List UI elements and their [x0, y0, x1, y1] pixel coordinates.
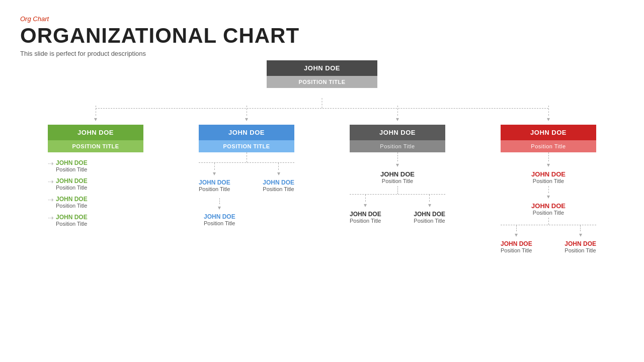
top-node-title: POSITION TITLE — [267, 76, 377, 88]
arrow-icon-4: ⇢ — [48, 214, 54, 222]
subtitle: This slide is perfect for product descri… — [20, 50, 624, 57]
blue-child-1-name: JOHN DOE — [199, 179, 230, 186]
red-mid-child: JOHN DOE Position Title — [531, 202, 566, 216]
org-chart: JOHN DOE POSITION TITLE ▾ JOHN DOE POSIT… — [20, 60, 624, 357]
gray-gc-1: JOHN DOE Position Title — [350, 211, 381, 224]
blue-node-title: POSITION TITLE — [199, 140, 294, 152]
red-gc-2-name: JOHN DOE — [565, 240, 596, 247]
red-child: JOHN DOE Position Title — [531, 170, 566, 184]
main-title: ORGANIZATIONAL CHART — [20, 24, 624, 48]
red-split: ▾ JOHN DOE Position Title ▾ JOHN DOE Pos… — [501, 225, 596, 257]
gray-v2 — [397, 186, 398, 194]
red-node: JOHN DOE Position Title — [501, 125, 596, 152]
red-gc-2-pos: Position Title — [565, 247, 596, 253]
top-node-box: JOHN DOE POSITION TITLE — [267, 60, 377, 88]
col-gray-arrow: ▾ — [396, 116, 399, 123]
col-red-arrow: ▾ — [547, 116, 550, 123]
green-sub-4-content: JOHN DOE Position Title — [56, 214, 88, 227]
blue-right-arrow: ▾ — [277, 170, 280, 177]
green-sub-4-name: JOHN DOE — [56, 214, 88, 221]
gray-gc-right-arrow: ▾ — [428, 202, 431, 209]
green-sub-2: ⇢ JOHN DOE Position Title — [48, 177, 143, 191]
green-sub-1: ⇢ JOHN DOE Position Title — [48, 159, 143, 172]
blue-right-branch: ▾ JOHN DOE Position Title — [263, 163, 294, 196]
green-sub-3-name: JOHN DOE — [56, 196, 88, 203]
blue-gc-name: JOHN DOE — [204, 213, 235, 220]
green-sub-2-pos: Position Title — [56, 185, 88, 191]
arrow-icon-2: ⇢ — [48, 177, 54, 186]
red-v3 — [548, 218, 549, 225]
red-node-title: Position Title — [501, 140, 596, 152]
green-sub-4: ⇢ JOHN DOE Position Title — [48, 214, 143, 227]
red-gc-1-pos: Position Title — [501, 247, 532, 253]
col-gray: ▾ JOHN DOE Position Title ▾ JOHN DOE Pos… — [322, 106, 473, 257]
blue-right-vline — [278, 163, 279, 170]
red-gc-left: ▾ JOHN DOE Position Title — [501, 225, 532, 257]
gray-gc-left-arrow: ▾ — [364, 202, 367, 209]
gray-gc-1-name: JOHN DOE — [350, 211, 381, 218]
gray-split: ▾ JOHN DOE Position Title ▾ JOHN DOE Pos… — [350, 194, 445, 228]
green-node-name: JOHN DOE — [48, 125, 143, 140]
gray-child-pos: Position Title — [380, 178, 415, 184]
blue-child-2-name: JOHN DOE — [263, 179, 294, 186]
col-blue-arrow: ▾ — [245, 116, 248, 123]
gray-node: JOHN DOE Position Title — [350, 125, 445, 152]
green-sub-3-content: JOHN DOE Position Title — [56, 196, 88, 209]
blue-child-2-pos: Position Title — [263, 186, 294, 192]
green-sub-items: ⇢ JOHN DOE Position Title ⇢ JOHN DOE Pos… — [48, 159, 143, 232]
red-child-arrow: ▾ — [547, 161, 550, 168]
gray-child-name: JOHN DOE — [380, 170, 415, 178]
col-red-connector — [548, 106, 549, 116]
green-sub-2-name: JOHN DOE — [56, 177, 88, 185]
blue-child-1-pos: Position Title — [199, 186, 230, 192]
red-mid-pos: Position Title — [531, 210, 566, 216]
blue-node-name: JOHN DOE — [199, 125, 294, 140]
blue-gc-arrow: ▾ — [218, 204, 221, 211]
red-child-pos: Position Title — [531, 178, 566, 184]
blue-left-arrow: ▾ — [213, 170, 216, 177]
red-gc-1-name: JOHN DOE — [501, 240, 532, 247]
blue-h-split: ▾ JOHN DOE Position Title ▾ JOHN DOE Pos… — [199, 162, 294, 196]
org-label: Org Chart — [20, 15, 624, 23]
gray-v1 — [397, 152, 398, 161]
red-v2 — [548, 186, 549, 193]
gray-gc-2-pos: Position Title — [414, 218, 445, 224]
col-gray-connector — [397, 106, 398, 116]
gray-node-title: Position Title — [350, 140, 445, 152]
top-node: JOHN DOE POSITION TITLE — [267, 60, 377, 88]
columns-wrapper: ▾ JOHN DOE POSITION TITLE ⇢ JOHN DOE Pos… — [20, 106, 624, 257]
green-sub-1-content: JOHN DOE Position Title — [56, 159, 88, 172]
red-gc-left-arrow: ▾ — [515, 231, 518, 238]
red-child-name: JOHN DOE — [531, 170, 566, 178]
red-gc-right-arrow: ▾ — [579, 231, 582, 238]
red-gc-1: JOHN DOE Position Title — [501, 240, 532, 253]
col-blue-connector — [247, 106, 247, 116]
green-sub-1-pos: Position Title — [56, 166, 88, 172]
slide: Org Chart ORGANIZATIONAL CHART This slid… — [0, 0, 644, 362]
blue-child-1: JOHN DOE Position Title — [199, 179, 230, 192]
green-sub-4-pos: Position Title — [56, 221, 88, 227]
red-mid-name: JOHN DOE — [531, 202, 566, 210]
red-node-name: JOHN DOE — [501, 125, 596, 140]
blue-v1 — [247, 152, 247, 162]
blue-left-vline — [214, 163, 215, 170]
blue-gc-pos: Position Title — [204, 220, 235, 226]
gray-gc-right: ▾ JOHN DOE Position Title — [414, 195, 445, 228]
green-sub-1-name: JOHN DOE — [56, 159, 88, 166]
red-v1 — [548, 152, 549, 161]
col-green: ▾ JOHN DOE POSITION TITLE ⇢ JOHN DOE Pos… — [20, 106, 171, 257]
red-gc-right: ▾ JOHN DOE Position Title — [565, 225, 596, 257]
blue-grandchild-row: ▾ JOHN DOE Position Title — [199, 198, 294, 230]
green-sub-3-pos: Position Title — [56, 203, 88, 209]
top-node-name: JOHN DOE — [267, 60, 377, 76]
gray-gc-left: ▾ JOHN DOE Position Title — [350, 195, 381, 228]
green-node-title: POSITION TITLE — [48, 140, 143, 152]
green-sub-3: ⇢ JOHN DOE Position Title — [48, 196, 143, 209]
col-red: ▾ JOHN DOE Position Title ▾ JOHN DOE Pos… — [473, 106, 624, 257]
blue-gc-vline — [219, 198, 220, 204]
arrow-icon-1: ⇢ — [48, 159, 54, 167]
gray-gc-1-pos: Position Title — [350, 218, 381, 224]
gray-gc-2: JOHN DOE Position Title — [414, 211, 445, 224]
gray-child: JOHN DOE Position Title — [380, 170, 415, 184]
red-gc-2: JOHN DOE Position Title — [565, 240, 596, 253]
